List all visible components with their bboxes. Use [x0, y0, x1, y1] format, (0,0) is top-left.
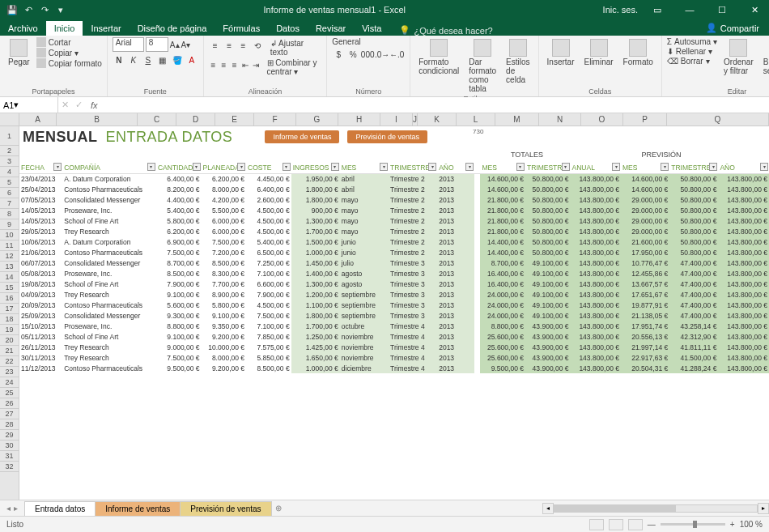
sheet-tab-informe[interactable]: Informe de ventas: [95, 501, 181, 516]
col-header[interactable]: C: [138, 113, 176, 126]
cell[interactable]: 23/04/2013: [19, 173, 62, 184]
cell[interactable]: Trimestre 2: [389, 205, 437, 215]
cell[interactable]: 9.100,00 €: [202, 310, 247, 321]
table-row[interactable]: 25/04/2013Contoso Pharmaceuticals8.200,0…: [19, 184, 769, 194]
cell[interactable]: 8.900,00 €: [202, 289, 247, 300]
tab-file[interactable]: Archivo: [0, 21, 46, 36]
column-header-tmes[interactable]: MES▾: [480, 162, 525, 173]
zoom-slider[interactable]: [661, 523, 725, 526]
cell[interactable]: Trey Research: [62, 226, 156, 236]
cell[interactable]: 143.800,00 €: [571, 300, 622, 310]
worksheet[interactable]: 1234567891011121314151617181920212223242…: [0, 126, 769, 500]
row-header[interactable]: 31: [0, 451, 19, 462]
row-header[interactable]: 25: [0, 388, 19, 398]
cell[interactable]: 143.800,00 €: [571, 321, 622, 331]
cell[interactable]: 2013: [437, 331, 474, 342]
cell[interactable]: 13.667,57 €: [621, 279, 669, 289]
filter-dropdown-icon[interactable]: ▾: [193, 163, 201, 171]
cell[interactable]: 1.000,00 €: [291, 363, 340, 373]
cell[interactable]: 4.500,00 €: [246, 215, 291, 226]
zoom-level[interactable]: 100 %: [740, 520, 763, 529]
cell[interactable]: 1.400,00 €: [291, 268, 340, 279]
hscroll-right-icon[interactable]: ▸: [758, 503, 769, 514]
cell[interactable]: 16.400,00 €: [480, 268, 525, 279]
cell[interactable]: 143.800,00 €: [571, 226, 622, 236]
cell[interactable]: 14.600,00 €: [480, 173, 525, 184]
forecast-button[interactable]: Previsión de ventas: [347, 130, 427, 143]
row-header[interactable]: 18: [0, 314, 19, 325]
tab-view[interactable]: Vista: [354, 21, 389, 36]
cell[interactable]: Proseware, Inc.: [62, 205, 156, 215]
row-header[interactable]: 17: [0, 304, 19, 314]
cell[interactable]: 4.500,00 €: [246, 205, 291, 215]
cell[interactable]: septiembre: [340, 289, 389, 300]
clear-button[interactable]: ⌫ Borrar ▾: [667, 57, 717, 66]
cell[interactable]: 2013: [437, 352, 474, 363]
cell[interactable]: 143.800,00 €: [718, 226, 769, 236]
table-row[interactable]: 04/09/2013Trey Research9.100,00 €8.900,0…: [19, 289, 769, 300]
cell[interactable]: agosto: [340, 279, 389, 289]
cell[interactable]: 50.800,00 €: [525, 215, 571, 226]
cell[interactable]: 41.288,24 €: [669, 363, 718, 373]
bold-button[interactable]: N: [113, 53, 125, 66]
cell[interactable]: Trey Research: [62, 342, 156, 352]
cell[interactable]: 2013: [437, 247, 474, 257]
cell[interactable]: 9.000,00 €: [156, 342, 202, 352]
column-header-pan[interactable]: AÑO▾: [718, 162, 769, 173]
cell[interactable]: 6.600,00 €: [246, 279, 291, 289]
filter-dropdown-icon[interactable]: ▾: [760, 163, 768, 171]
cell[interactable]: 143.800,00 €: [571, 342, 622, 352]
filter-dropdown-icon[interactable]: ▾: [661, 163, 669, 171]
row-header[interactable]: 24: [0, 377, 19, 388]
cell[interactable]: 5.800,00 €: [202, 300, 247, 310]
align-bottom-icon[interactable]: ≡: [237, 39, 249, 52]
sort-filter-button[interactable]: Ordenar y filtrar: [720, 37, 757, 77]
cell[interactable]: 21.800,00 €: [480, 215, 525, 226]
cell[interactable]: [474, 342, 480, 352]
cell[interactable]: 1.000,00 €: [291, 247, 340, 257]
table-row[interactable]: 21/06/2013Contoso Pharmaceuticals7.500,0…: [19, 247, 769, 257]
row-header[interactable]: 13: [0, 262, 19, 272]
cell[interactable]: junio: [340, 247, 389, 257]
cell[interactable]: 43.900,00 €: [525, 331, 571, 342]
format-as-table-button[interactable]: Dar formato como tabla: [465, 37, 499, 95]
row-header[interactable]: 29: [0, 430, 19, 440]
column-header-ano[interactable]: AÑO▾: [437, 162, 474, 173]
cell[interactable]: 7.200,00 €: [202, 247, 247, 257]
cell[interactable]: noviembre: [340, 331, 389, 342]
cell[interactable]: 49.100,00 €: [525, 289, 571, 300]
cell[interactable]: 15/10/2013: [19, 321, 62, 331]
tab-nav-next-icon[interactable]: ▸: [14, 504, 18, 513]
cell[interactable]: 14.600,00 €: [621, 173, 669, 184]
font-color-button[interactable]: A: [185, 53, 198, 66]
cell[interactable]: 2013: [437, 194, 474, 205]
cell[interactable]: Trimestre 4: [389, 342, 437, 352]
cell[interactable]: 6.400,00 €: [156, 173, 202, 184]
dec-decimal-icon[interactable]: ←.0: [390, 48, 403, 61]
tab-insert[interactable]: Insertar: [83, 21, 129, 36]
table-row[interactable]: 23/04/2013A. Datum Corporation6.400,00 €…: [19, 173, 769, 184]
format-cells-button[interactable]: Formato: [620, 37, 656, 68]
cell[interactable]: 7.100,00 €: [246, 321, 291, 331]
column-header-mes[interactable]: MES▾: [340, 162, 389, 173]
cell[interactable]: 9.200,00 €: [202, 331, 247, 342]
cell[interactable]: abril: [340, 184, 389, 194]
cell[interactable]: 143.800,00 €: [718, 331, 769, 342]
cell[interactable]: Trimestre 2: [389, 247, 437, 257]
cell[interactable]: 05/11/2013: [19, 331, 62, 342]
redo-icon[interactable]: ↷: [39, 4, 50, 15]
cell[interactable]: 8.700,00 €: [156, 257, 202, 268]
cell[interactable]: 143.800,00 €: [718, 279, 769, 289]
sheet-tab-prevision[interactable]: Previsión de ventas: [180, 501, 271, 516]
new-sheet-button[interactable]: ⊕: [271, 504, 286, 513]
cell[interactable]: [474, 363, 480, 373]
view-normal-icon[interactable]: [589, 519, 604, 530]
cell[interactable]: 4.500,00 €: [246, 226, 291, 236]
cell[interactable]: julio: [340, 257, 389, 268]
cell[interactable]: 43.258,14 €: [669, 321, 718, 331]
cell[interactable]: junio: [340, 236, 389, 247]
border-button[interactable]: ▦: [156, 53, 169, 66]
cell[interactable]: 17.951,74 €: [621, 321, 669, 331]
cell[interactable]: Trimestre 4: [389, 331, 437, 342]
cell[interactable]: 20/09/2013: [19, 300, 62, 310]
